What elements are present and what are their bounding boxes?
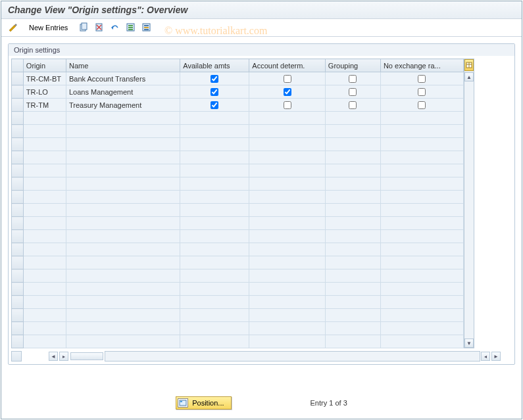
cell-available[interactable] bbox=[180, 243, 249, 256]
cell-name[interactable] bbox=[66, 256, 180, 269]
cell-name[interactable]: Treasury Management bbox=[66, 99, 180, 112]
checkbox[interactable] bbox=[211, 101, 218, 109]
row-selector[interactable] bbox=[12, 125, 24, 138]
cell-grouping[interactable] bbox=[325, 296, 380, 309]
cell-grouping[interactable] bbox=[325, 204, 380, 217]
cell-account[interactable] bbox=[249, 230, 326, 243]
cell-origin[interactable] bbox=[23, 283, 66, 296]
row-selector[interactable] bbox=[12, 283, 24, 296]
cell-account[interactable] bbox=[249, 72, 326, 85]
col-name[interactable]: Name bbox=[66, 59, 180, 72]
cell-noexch[interactable] bbox=[380, 177, 463, 191]
undo-icon[interactable] bbox=[109, 22, 122, 34]
cell-name[interactable] bbox=[66, 204, 180, 217]
cell-name[interactable] bbox=[66, 151, 180, 164]
checkbox[interactable] bbox=[284, 75, 291, 83]
cell-origin[interactable] bbox=[23, 309, 66, 322]
cell-noexch[interactable] bbox=[380, 335, 463, 348]
cell-origin[interactable] bbox=[23, 322, 66, 335]
deselect-all-icon[interactable] bbox=[140, 22, 153, 34]
checkbox[interactable] bbox=[284, 101, 291, 109]
cell-grouping[interactable] bbox=[325, 191, 380, 204]
cell-grouping[interactable] bbox=[325, 72, 380, 85]
row-selector[interactable] bbox=[12, 322, 24, 335]
cell-account[interactable] bbox=[249, 191, 326, 204]
cell-noexch[interactable] bbox=[380, 217, 463, 230]
checkbox[interactable] bbox=[211, 88, 218, 96]
cell-available[interactable] bbox=[180, 283, 249, 296]
checkbox[interactable] bbox=[418, 101, 426, 109]
cell-noexch[interactable] bbox=[380, 164, 463, 177]
cell-account[interactable] bbox=[249, 112, 326, 125]
cell-account[interactable] bbox=[249, 256, 326, 269]
cell-account[interactable] bbox=[249, 309, 326, 322]
col-noexch[interactable]: No exchange ra... bbox=[380, 59, 463, 72]
cell-account[interactable] bbox=[249, 204, 326, 217]
change-display-icon[interactable] bbox=[7, 22, 20, 34]
cell-noexch[interactable] bbox=[380, 269, 463, 283]
cell-name[interactable] bbox=[66, 243, 180, 256]
cell-available[interactable] bbox=[180, 204, 249, 217]
cell-account[interactable] bbox=[249, 283, 326, 296]
cell-name[interactable] bbox=[66, 296, 180, 309]
cell-available[interactable] bbox=[180, 322, 249, 335]
select-all-icon[interactable] bbox=[124, 22, 137, 34]
cell-grouping[interactable] bbox=[325, 283, 380, 296]
cell-noexch[interactable] bbox=[380, 243, 463, 256]
cell-name[interactable] bbox=[66, 125, 180, 138]
row-selector[interactable] bbox=[12, 256, 24, 269]
cell-noexch[interactable] bbox=[380, 138, 463, 151]
cell-available[interactable] bbox=[180, 256, 249, 269]
cell-grouping[interactable] bbox=[325, 243, 380, 256]
cell-noexch[interactable] bbox=[380, 309, 463, 322]
cell-grouping[interactable] bbox=[325, 112, 380, 125]
cell-name[interactable] bbox=[66, 191, 180, 204]
cell-noexch[interactable] bbox=[380, 72, 463, 85]
row-selector[interactable] bbox=[12, 230, 24, 243]
hscroll-left-icon[interactable]: ▸ bbox=[59, 352, 68, 361]
cell-grouping[interactable] bbox=[325, 151, 380, 164]
cell-name[interactable] bbox=[66, 177, 180, 191]
hscroll-first-icon[interactable]: ◄ bbox=[49, 352, 58, 361]
delete-icon[interactable] bbox=[93, 22, 106, 34]
table-settings-icon[interactable] bbox=[464, 59, 474, 71]
cell-noexch[interactable] bbox=[380, 283, 463, 296]
cell-noexch[interactable] bbox=[380, 296, 463, 309]
cell-name[interactable] bbox=[66, 283, 180, 296]
row-selector[interactable] bbox=[12, 138, 24, 151]
scroll-track[interactable] bbox=[464, 82, 474, 338]
cell-grouping[interactable] bbox=[325, 177, 380, 191]
cell-origin[interactable] bbox=[23, 151, 66, 164]
cell-origin[interactable] bbox=[23, 230, 66, 243]
cell-origin[interactable] bbox=[23, 296, 66, 309]
cell-account[interactable] bbox=[249, 138, 326, 151]
cell-account[interactable] bbox=[249, 322, 326, 335]
col-account[interactable]: Account determ. bbox=[249, 59, 326, 72]
checkbox[interactable] bbox=[349, 101, 357, 109]
cell-available[interactable] bbox=[180, 217, 249, 230]
position-button[interactable]: Position... bbox=[176, 396, 231, 409]
cell-origin[interactable]: TR-LO bbox=[23, 85, 66, 99]
checkbox[interactable] bbox=[349, 75, 357, 83]
cell-noexch[interactable] bbox=[380, 99, 463, 112]
cell-name[interactable] bbox=[66, 322, 180, 335]
cell-noexch[interactable] bbox=[380, 256, 463, 269]
cell-origin[interactable] bbox=[23, 164, 66, 177]
cell-origin[interactable] bbox=[23, 125, 66, 138]
hscroll-thumb[interactable] bbox=[70, 352, 103, 360]
cell-grouping[interactable] bbox=[325, 230, 380, 243]
hscroll-last-icon[interactable]: ► bbox=[491, 352, 501, 361]
row-selector[interactable] bbox=[12, 243, 24, 256]
cell-name[interactable] bbox=[66, 335, 180, 348]
cell-grouping[interactable] bbox=[325, 164, 380, 177]
cell-name[interactable] bbox=[66, 164, 180, 177]
cell-account[interactable] bbox=[249, 164, 326, 177]
cell-origin[interactable]: TR-CM-BT bbox=[23, 72, 66, 85]
checkbox[interactable] bbox=[211, 75, 218, 83]
cell-grouping[interactable] bbox=[325, 322, 380, 335]
row-selector[interactable] bbox=[12, 296, 24, 309]
cell-grouping[interactable] bbox=[325, 85, 380, 99]
cell-name[interactable] bbox=[66, 230, 180, 243]
cell-available[interactable] bbox=[180, 191, 249, 204]
cell-account[interactable] bbox=[249, 177, 326, 191]
